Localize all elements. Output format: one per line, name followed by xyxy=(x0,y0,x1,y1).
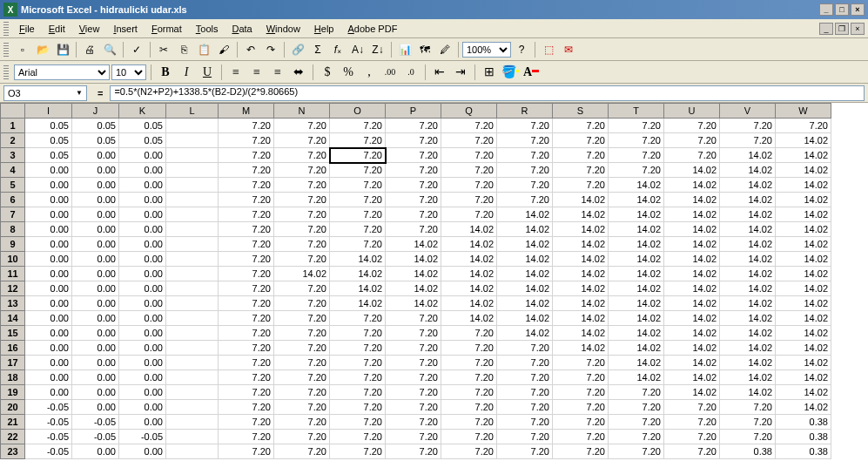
function-icon[interactable]: fₓ xyxy=(328,40,347,59)
cell-J6[interactable]: 0.00 xyxy=(72,193,119,207)
cell-U1[interactable]: 7.20 xyxy=(664,119,720,133)
format-painter-icon[interactable]: 🖌 xyxy=(214,40,233,59)
cell-P23[interactable]: 7.20 xyxy=(386,444,441,459)
cell-K6[interactable]: 0.00 xyxy=(119,193,166,207)
cell-S3[interactable]: 7.20 xyxy=(553,148,609,163)
column-header-J[interactable]: J xyxy=(72,104,119,119)
cell-V18[interactable]: 14.02 xyxy=(720,370,776,385)
cell-O4[interactable]: 7.20 xyxy=(330,163,386,178)
cell-W4[interactable]: 14.02 xyxy=(776,163,831,178)
cell-P4[interactable]: 7.20 xyxy=(386,163,441,178)
cell-M7[interactable]: 7.20 xyxy=(219,207,274,222)
cell-W6[interactable]: 14.02 xyxy=(776,193,831,207)
cell-K11[interactable]: 0.00 xyxy=(119,267,166,281)
cell-V6[interactable]: 14.02 xyxy=(720,193,776,207)
merge-center-icon[interactable]: ⬌ xyxy=(289,63,308,82)
cell-N11[interactable]: 14.02 xyxy=(274,267,330,281)
open-icon[interactable]: 📂 xyxy=(33,40,52,59)
align-center-icon[interactable]: ≡ xyxy=(247,63,266,82)
cell-Q9[interactable]: 14.02 xyxy=(441,237,497,252)
cell-V5[interactable]: 14.02 xyxy=(720,178,776,193)
cell-T1[interactable]: 7.20 xyxy=(609,119,664,133)
font-color-icon[interactable]: A xyxy=(521,63,541,82)
cell-P22[interactable]: 7.20 xyxy=(386,430,441,444)
comma-icon[interactable]: , xyxy=(360,63,379,82)
cell-M16[interactable]: 7.20 xyxy=(219,341,274,356)
cell-U16[interactable]: 14.02 xyxy=(664,341,720,356)
cell-R6[interactable]: 7.20 xyxy=(497,193,553,207)
row-header-13[interactable]: 13 xyxy=(1,296,25,311)
cell-W15[interactable]: 14.02 xyxy=(776,326,831,341)
cell-Q6[interactable]: 7.20 xyxy=(441,193,497,207)
cell-Q15[interactable]: 7.20 xyxy=(441,326,497,341)
cell-K3[interactable]: 0.00 xyxy=(119,148,166,163)
redo-icon[interactable]: ↷ xyxy=(261,40,280,59)
cell-V11[interactable]: 14.02 xyxy=(720,267,776,281)
cell-K17[interactable]: 0.00 xyxy=(119,356,166,370)
cell-W17[interactable]: 14.02 xyxy=(776,356,831,370)
cell-Q3[interactable]: 7.20 xyxy=(441,148,497,163)
column-header-U[interactable]: U xyxy=(664,104,720,119)
cell-M10[interactable]: 7.20 xyxy=(219,252,274,267)
cell-K1[interactable]: 0.05 xyxy=(119,119,166,133)
cell-W19[interactable]: 14.02 xyxy=(776,385,831,400)
cell-U14[interactable]: 14.02 xyxy=(664,311,720,326)
cell-S6[interactable]: 14.02 xyxy=(553,193,609,207)
cell-I16[interactable]: 0.00 xyxy=(25,341,72,356)
cell-W18[interactable]: 14.02 xyxy=(776,370,831,385)
cell-T10[interactable]: 14.02 xyxy=(609,252,664,267)
cell-R1[interactable]: 7.20 xyxy=(497,119,553,133)
currency-icon[interactable]: $ xyxy=(318,63,337,82)
cell-R12[interactable]: 14.02 xyxy=(497,281,553,296)
cell-P10[interactable]: 14.02 xyxy=(386,252,441,267)
cell-M14[interactable]: 7.20 xyxy=(219,311,274,326)
cell-L8[interactable] xyxy=(166,222,219,237)
cell-L19[interactable] xyxy=(166,385,219,400)
cell-J7[interactable]: 0.00 xyxy=(72,207,119,222)
menu-file[interactable]: File xyxy=(12,22,42,36)
cell-P14[interactable]: 7.20 xyxy=(386,311,441,326)
row-header-7[interactable]: 7 xyxy=(1,207,25,222)
cell-J13[interactable]: 0.00 xyxy=(72,296,119,311)
cell-W3[interactable]: 14.02 xyxy=(776,148,831,163)
cell-U13[interactable]: 14.02 xyxy=(664,296,720,311)
cell-T2[interactable]: 7.20 xyxy=(609,133,664,148)
cell-N18[interactable]: 7.20 xyxy=(274,370,330,385)
cell-O1[interactable]: 7.20 xyxy=(330,119,386,133)
cell-V8[interactable]: 14.02 xyxy=(720,222,776,237)
cell-U5[interactable]: 14.02 xyxy=(664,178,720,193)
column-header-P[interactable]: P xyxy=(386,104,441,119)
copy-icon[interactable]: ⎘ xyxy=(174,40,193,59)
cell-P16[interactable]: 7.20 xyxy=(386,341,441,356)
cell-J23[interactable]: 0.00 xyxy=(72,444,119,459)
cell-T14[interactable]: 14.02 xyxy=(609,311,664,326)
cell-T17[interactable]: 14.02 xyxy=(609,356,664,370)
cell-L1[interactable] xyxy=(166,119,219,133)
menu-format[interactable]: Format xyxy=(145,22,189,36)
row-header-22[interactable]: 22 xyxy=(1,430,25,444)
column-header-K[interactable]: K xyxy=(119,104,166,119)
increase-indent-icon[interactable]: ⇥ xyxy=(451,63,470,82)
font-combo[interactable]: Arial xyxy=(14,64,110,80)
cell-L11[interactable] xyxy=(166,267,219,281)
grip-icon[interactable] xyxy=(3,65,9,79)
cell-K9[interactable]: 0.00 xyxy=(119,237,166,252)
cell-O22[interactable]: 7.20 xyxy=(330,430,386,444)
cell-L17[interactable] xyxy=(166,356,219,370)
column-header-Q[interactable]: Q xyxy=(441,104,497,119)
cell-J10[interactable]: 0.00 xyxy=(72,252,119,267)
cell-P2[interactable]: 7.20 xyxy=(386,133,441,148)
cell-P11[interactable]: 14.02 xyxy=(386,267,441,281)
cell-V3[interactable]: 14.02 xyxy=(720,148,776,163)
pdf-convert-icon[interactable]: ⬚ xyxy=(539,40,558,59)
cell-Q13[interactable]: 14.02 xyxy=(441,296,497,311)
cell-M19[interactable]: 7.20 xyxy=(219,385,274,400)
cell-M18[interactable]: 7.20 xyxy=(219,370,274,385)
cut-icon[interactable]: ✂ xyxy=(154,40,173,59)
cell-R5[interactable]: 7.20 xyxy=(497,178,553,193)
cell-S5[interactable]: 7.20 xyxy=(553,178,609,193)
cell-M21[interactable]: 7.20 xyxy=(219,415,274,430)
cell-N23[interactable]: 7.20 xyxy=(274,444,330,459)
column-header-T[interactable]: T xyxy=(609,104,664,119)
cell-O19[interactable]: 7.20 xyxy=(330,385,386,400)
